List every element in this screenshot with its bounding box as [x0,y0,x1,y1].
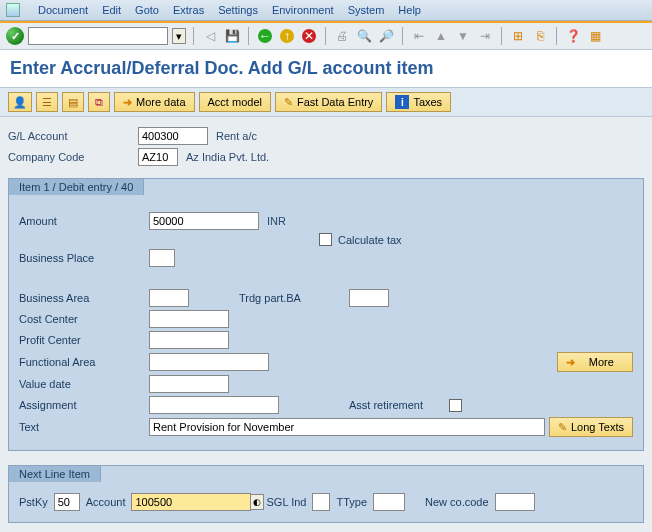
text-label: Text [19,421,149,433]
gl-account-desc: Rent a/c [216,130,257,142]
pstky-label: PstKy [19,496,48,508]
f4-help-icon[interactable]: ◐ [250,494,264,510]
standard-toolbar: ✓ ▾ ◁ 💾 ← ↑ ✕ 🖨 🔍 🔎 ⇤ ▲ ▼ ⇥ ⊞ ⎘ ❓ ▦ [0,23,652,50]
shortcut-icon[interactable]: ⎘ [531,27,549,45]
text-input[interactable] [149,418,545,436]
item-panel: Item 1 / Debit entry / 40 Amount INR Cal… [8,178,644,451]
menu-system[interactable]: System [348,4,385,16]
ttype-input[interactable] [373,493,405,511]
value-date-input[interactable] [149,375,229,393]
overview-button[interactable]: ☰ [36,92,58,112]
gl-account-input[interactable] [138,127,208,145]
application-toolbar: 👤 ☰ ▤ ⧉ ➜More data Acct model ✎Fast Data… [0,87,652,117]
ttype-label: TType [336,496,367,508]
copy-button[interactable]: ⧉ [88,92,110,112]
long-texts-label: Long Texts [571,421,624,433]
gl-account-label: G/L Account [8,130,138,142]
account-label: Account [86,496,126,508]
pencil-icon: ✎ [558,421,567,434]
pencil-icon: ✎ [284,96,293,109]
menu-document[interactable]: Document [38,4,88,16]
save-icon[interactable]: 💾 [223,27,241,45]
pstky-input[interactable] [54,493,80,511]
calculate-tax-label: Calculate tax [338,234,402,246]
fast-entry-button[interactable]: ✎Fast Data Entry [275,92,382,112]
assignment-label: Assignment [19,399,149,411]
asst-retirement-label: Asst retirement [349,399,449,411]
new-cocode-label: New co.code [425,496,489,508]
functional-area-input[interactable] [149,353,269,371]
business-area-input[interactable] [149,289,189,307]
doc-icon: ▤ [68,96,78,109]
item-panel-title: Item 1 / Debit entry / 40 [8,178,144,195]
title-area: Enter Accrual/Deferral Doc. Add G/L acco… [0,50,652,87]
profit-center-label: Profit Center [19,334,149,346]
back-icon[interactable]: ◁ [201,27,219,45]
user-icon: 👤 [13,96,27,109]
arrow-right-icon: ➜ [566,356,575,369]
business-area-label: Business Area [19,292,149,304]
back-green-icon[interactable]: ← [256,27,274,45]
asst-retirement-checkbox[interactable] [449,399,462,412]
trdg-part-input[interactable] [349,289,389,307]
tree-icon: ☰ [42,96,52,109]
menu-settings[interactable]: Settings [218,4,258,16]
prev-page-icon[interactable]: ▲ [432,27,450,45]
company-code-input[interactable] [138,148,178,166]
more-data-label: More data [136,96,186,108]
account-input[interactable] [131,493,251,511]
command-dropdown-icon[interactable]: ▾ [172,28,186,44]
menu-extras[interactable]: Extras [173,4,204,16]
assignment-input[interactable] [149,396,279,414]
cost-center-input[interactable] [149,310,229,328]
taxes-button[interactable]: iTaxes [386,92,451,112]
page-title: Enter Accrual/Deferral Doc. Add G/L acco… [10,58,642,79]
info-icon: i [395,95,409,109]
sgl-ind-label: SGL Ind [266,496,306,508]
menu-environment[interactable]: Environment [272,4,334,16]
exit-icon[interactable]: ↑ [278,27,296,45]
copy-icon: ⧉ [95,96,103,109]
business-place-label: Business Place [19,252,149,264]
header-button[interactable]: ▤ [62,92,84,112]
content-area: G/L Account Rent a/c Company Code Az Ind… [0,117,652,532]
calculate-tax-checkbox[interactable] [319,233,332,246]
business-place-input[interactable] [149,249,175,267]
trdg-part-label: Trdg part.BA [239,292,349,304]
arrow-right-icon: ➜ [123,96,132,109]
find-next-icon[interactable]: 🔎 [377,27,395,45]
help-icon[interactable]: ❓ [564,27,582,45]
menu-bar: Document Edit Goto Extras Settings Envir… [0,0,652,21]
first-page-icon[interactable]: ⇤ [410,27,428,45]
print-icon[interactable]: 🖨 [333,27,351,45]
company-code-desc: Az India Pvt. Ltd. [186,151,269,163]
find-icon[interactable]: 🔍 [355,27,373,45]
command-field[interactable] [28,27,168,45]
cost-center-label: Cost Center [19,313,149,325]
amount-input[interactable] [149,212,259,230]
sgl-ind-input[interactable] [312,493,330,511]
long-texts-button[interactable]: ✎Long Texts [549,417,633,437]
menu-edit[interactable]: Edit [102,4,121,16]
menu-help[interactable]: Help [398,4,421,16]
enter-icon[interactable]: ✓ [6,27,24,45]
menu-corner-icon[interactable] [6,3,20,17]
layout-icon[interactable]: ▦ [586,27,604,45]
menu-goto[interactable]: Goto [135,4,159,16]
profit-center-input[interactable] [149,331,229,349]
cancel-icon[interactable]: ✕ [300,27,318,45]
fast-entry-label: Fast Data Entry [297,96,373,108]
new-session-icon[interactable]: ⊞ [509,27,527,45]
currency-label: INR [267,215,286,227]
more-button-label: More [589,356,614,368]
last-page-icon[interactable]: ⇥ [476,27,494,45]
new-cocode-input[interactable] [495,493,535,511]
value-date-label: Value date [19,378,149,390]
acct-model-button[interactable]: Acct model [199,92,271,112]
user-icon-button[interactable]: 👤 [8,92,32,112]
next-page-icon[interactable]: ▼ [454,27,472,45]
more-button[interactable]: ➜ More [557,352,633,372]
next-line-title: Next Line Item [8,465,101,482]
more-data-button[interactable]: ➜More data [114,92,195,112]
amount-label: Amount [19,215,149,227]
